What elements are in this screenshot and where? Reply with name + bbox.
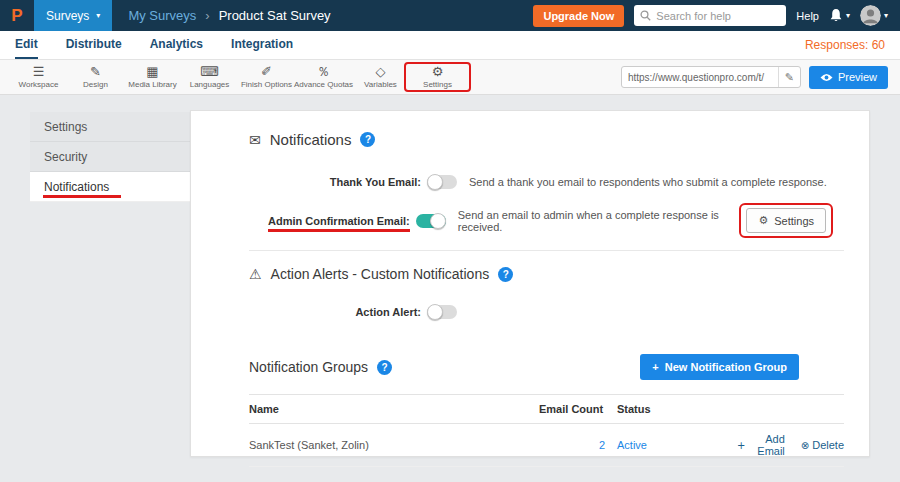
group-actions: + Add Email ⊗ Delete xyxy=(737,433,844,457)
notification-groups-heading: Notification Groups ? xyxy=(249,359,392,375)
column-header-name: Name xyxy=(249,403,539,415)
survey-url-input[interactable] xyxy=(622,72,778,83)
breadcrumb-my-surveys[interactable]: My Surveys xyxy=(128,8,196,23)
sidebar-item-settings[interactable]: Settings xyxy=(30,112,190,142)
action-alert-toggle[interactable] xyxy=(427,305,457,319)
chevron-down-icon: ▾ xyxy=(846,11,850,20)
notifications-panel: ✉ Notifications ? Thank You Email: Send … xyxy=(190,110,870,457)
toolbar-item-finish-options[interactable]: ✐ Finish Options xyxy=(238,65,295,89)
avatar xyxy=(860,5,881,26)
tab-analytics[interactable]: Analytics xyxy=(150,31,203,59)
notifications-section-heading: ✉ Notifications ? xyxy=(249,131,844,148)
tab-integration[interactable]: Integration xyxy=(231,31,293,59)
responses-count[interactable]: Responses: 60 xyxy=(805,38,885,52)
notification-groups-header: Notification Groups ? + New Notification… xyxy=(249,354,844,380)
toolbar-label: Media Library xyxy=(128,80,176,89)
add-email-label: Add Email xyxy=(748,433,784,457)
admin-confirmation-email-row: Admin Confirmation Email: Send an email … xyxy=(249,208,844,233)
toolbar-label: Advance Quotas xyxy=(294,80,353,89)
help-search-box xyxy=(634,5,786,26)
survey-toolbar: ☰ Workspace ✎ Design ▦ Media Library ⌨ L… xyxy=(0,60,900,95)
action-alerts-section-heading: ⚠ Action Alerts - Custom Notifications ? xyxy=(249,266,844,282)
module-tab-bar: Edit Distribute Analytics Integration Re… xyxy=(0,31,900,60)
admin-confirmation-email-toggle[interactable] xyxy=(416,214,446,228)
languages-icon: ⌨ xyxy=(200,65,219,79)
toolbar-item-advance-quotas[interactable]: ％ Advance Quotas xyxy=(295,65,352,89)
toolbar-label: Languages xyxy=(190,80,230,89)
topbar-right: Upgrade Now Help ▾ ▾ xyxy=(533,5,900,27)
sidebar-item-label: Notifications xyxy=(44,180,109,194)
help-badge-icon[interactable]: ? xyxy=(360,132,375,147)
survey-url-box: ✎ xyxy=(621,66,801,88)
group-status[interactable]: Active xyxy=(617,439,737,451)
thank-you-email-toggle[interactable] xyxy=(427,175,457,189)
user-menu-button[interactable]: ▾ xyxy=(860,5,888,26)
toolbar-label: Design xyxy=(83,80,108,89)
media-library-icon: ▦ xyxy=(146,65,158,79)
search-icon xyxy=(640,10,651,21)
section-title: Action Alerts - Custom Notifications xyxy=(271,266,490,282)
admin-confirmation-email-label: Admin Confirmation Email: xyxy=(249,215,410,227)
toolbar-item-settings[interactable]: ⚙ Settings xyxy=(409,65,466,89)
toolbar-label: Settings xyxy=(423,80,452,89)
edit-url-pencil-icon[interactable]: ✎ xyxy=(778,67,800,87)
help-search-input[interactable] xyxy=(656,10,780,22)
thank-you-email-description: Send a thank you email to respondents wh… xyxy=(469,176,827,188)
sidebar-item-notifications[interactable]: Notifications xyxy=(30,172,190,202)
toolbar-item-variables[interactable]: ◇ Variables xyxy=(352,65,409,89)
settings-sidebar: Settings Security Notifications xyxy=(30,112,190,202)
preview-button[interactable]: Preview xyxy=(809,66,888,89)
notifications-bell-button[interactable]: ▾ xyxy=(829,8,850,23)
sidebar-item-security[interactable]: Security xyxy=(30,142,190,172)
toolbar-item-design[interactable]: ✎ Design xyxy=(67,65,124,89)
column-header-email-count: Email Count xyxy=(539,403,617,415)
plus-icon: + xyxy=(737,440,745,451)
section-title: Notifications xyxy=(270,131,352,148)
table-header-row: Name Email Count Status xyxy=(249,394,844,424)
help-link[interactable]: Help xyxy=(796,10,819,22)
surveys-menu-label: Surveys xyxy=(46,9,89,23)
group-name: SankTest (Sanket, Zolin) xyxy=(249,439,539,451)
label-text: Admin Confirmation Email: xyxy=(268,215,410,227)
preview-label: Preview xyxy=(838,71,877,83)
delete-circle-icon: ⊗ xyxy=(801,440,809,451)
chevron-down-icon: ▾ xyxy=(884,11,888,20)
advance-quotas-icon: ％ xyxy=(317,65,330,79)
notification-groups-table: Name Email Count Status SankTest (Sanket… xyxy=(249,394,844,467)
section-divider xyxy=(249,250,844,251)
breadcrumb-survey-title: Product Sat Survey xyxy=(219,8,331,23)
group-email-count-link[interactable]: 2 xyxy=(539,439,617,451)
add-email-link[interactable]: + Add Email xyxy=(737,433,785,457)
gear-icon: ⚙ xyxy=(758,214,768,227)
breadcrumb-separator-icon: › xyxy=(205,8,209,23)
help-badge-icon[interactable]: ? xyxy=(377,360,392,375)
workspace-icon: ☰ xyxy=(33,65,45,79)
eye-icon xyxy=(820,73,833,82)
admin-confirmation-email-description: Send an email to admin when a complete r… xyxy=(458,209,747,233)
delete-link[interactable]: ⊗ Delete xyxy=(801,433,844,457)
toolbar-item-languages[interactable]: ⌨ Languages xyxy=(181,65,238,89)
annotation-underline-notifications xyxy=(43,195,121,198)
tab-edit[interactable]: Edit xyxy=(15,31,38,59)
questionpro-logo[interactable]: P xyxy=(0,6,34,26)
toolbar-item-media-library[interactable]: ▦ Media Library xyxy=(124,65,181,89)
tab-distribute[interactable]: Distribute xyxy=(66,31,122,59)
help-badge-icon[interactable]: ? xyxy=(498,267,513,282)
warning-icon: ⚠ xyxy=(249,266,262,282)
bell-icon xyxy=(829,8,843,23)
finish-options-icon: ✐ xyxy=(261,65,272,79)
new-notification-group-button[interactable]: + New Notification Group xyxy=(640,354,799,380)
gear-icon: ⚙ xyxy=(432,65,444,79)
upgrade-now-button[interactable]: Upgrade Now xyxy=(533,5,624,27)
table-row: SankTest (Sanket, Zolin) 2 Active + Add … xyxy=(249,424,844,467)
action-alert-row: Action Alert: xyxy=(249,302,844,322)
thank-you-email-label: Thank You Email: xyxy=(249,176,421,188)
chevron-down-icon: ▾ xyxy=(96,11,100,20)
admin-email-settings-button[interactable]: ⚙ Settings xyxy=(746,208,826,233)
toolbar-item-workspace[interactable]: ☰ Workspace xyxy=(10,65,67,89)
toolbar-label: Variables xyxy=(364,80,397,89)
action-alert-label: Action Alert: xyxy=(249,306,421,318)
variables-icon: ◇ xyxy=(376,65,386,79)
surveys-menu-button[interactable]: Surveys ▾ xyxy=(34,0,112,31)
section-title: Notification Groups xyxy=(249,359,368,375)
